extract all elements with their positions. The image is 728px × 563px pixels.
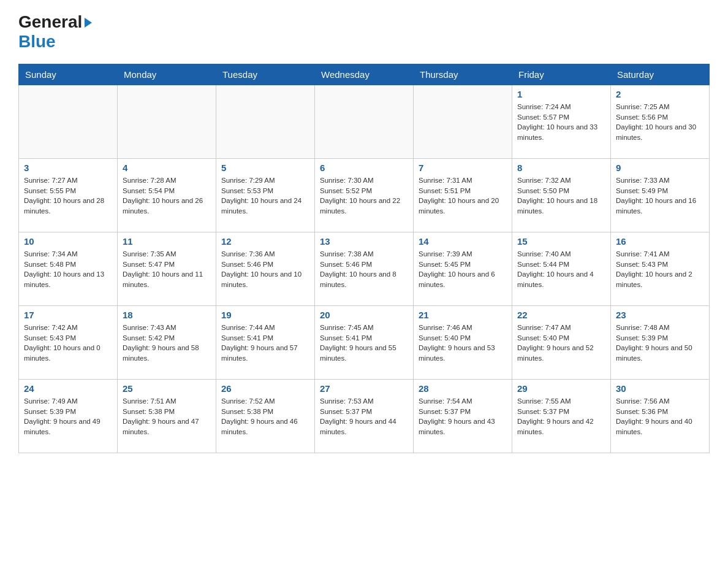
calendar-cell: 1Sunrise: 7:24 AM Sunset: 5:57 PM Daylig… <box>512 85 611 159</box>
day-number: 15 <box>517 236 605 247</box>
day-number: 25 <box>123 383 211 394</box>
day-info: Sunrise: 7:56 AM Sunset: 5:36 PM Dayligh… <box>616 396 704 437</box>
day-info: Sunrise: 7:51 AM Sunset: 5:38 PM Dayligh… <box>123 396 211 437</box>
day-number: 2 <box>616 89 704 99</box>
day-number: 19 <box>221 310 309 320</box>
calendar-cell <box>118 85 216 159</box>
day-info: Sunrise: 7:41 AM Sunset: 5:43 PM Dayligh… <box>616 249 704 290</box>
calendar-cell: 21Sunrise: 7:46 AM Sunset: 5:40 PM Dayli… <box>414 306 512 380</box>
calendar-header-row: SundayMondayTuesdayWednesdayThursdayFrid… <box>19 64 710 85</box>
calendar-cell: 24Sunrise: 7:49 AM Sunset: 5:39 PM Dayli… <box>19 380 118 453</box>
day-number: 11 <box>123 236 211 247</box>
day-number: 29 <box>517 383 605 394</box>
day-number: 3 <box>24 163 112 173</box>
day-info: Sunrise: 7:47 AM Sunset: 5:40 PM Dayligh… <box>517 323 605 364</box>
calendar-cell: 10Sunrise: 7:34 AM Sunset: 5:48 PM Dayli… <box>19 232 118 306</box>
calendar-cell: 19Sunrise: 7:44 AM Sunset: 5:41 PM Dayli… <box>216 306 315 380</box>
day-number: 5 <box>221 163 309 173</box>
calendar-cell: 17Sunrise: 7:42 AM Sunset: 5:43 PM Dayli… <box>19 306 118 380</box>
day-info: Sunrise: 7:31 AM Sunset: 5:51 PM Dayligh… <box>419 175 507 216</box>
day-number: 22 <box>517 310 605 320</box>
day-info: Sunrise: 7:55 AM Sunset: 5:37 PM Dayligh… <box>517 396 605 437</box>
day-info: Sunrise: 7:52 AM Sunset: 5:38 PM Dayligh… <box>221 396 309 437</box>
day-info: Sunrise: 7:44 AM Sunset: 5:41 PM Dayligh… <box>221 323 309 364</box>
page-header: General Blue <box>18 12 710 52</box>
column-header-sunday: Sunday <box>19 64 118 85</box>
calendar-week-row: 17Sunrise: 7:42 AM Sunset: 5:43 PM Dayli… <box>19 306 710 380</box>
calendar-table: SundayMondayTuesdayWednesdayThursdayFrid… <box>18 64 710 453</box>
day-info: Sunrise: 7:49 AM Sunset: 5:39 PM Dayligh… <box>24 396 112 437</box>
day-number: 28 <box>419 383 507 394</box>
column-header-thursday: Thursday <box>414 64 512 85</box>
calendar-cell: 30Sunrise: 7:56 AM Sunset: 5:36 PM Dayli… <box>611 380 710 453</box>
day-number: 21 <box>419 310 507 320</box>
day-number: 16 <box>616 236 704 247</box>
day-number: 6 <box>320 163 408 173</box>
day-info: Sunrise: 7:48 AM Sunset: 5:39 PM Dayligh… <box>616 323 704 364</box>
day-info: Sunrise: 7:40 AM Sunset: 5:44 PM Dayligh… <box>517 249 605 290</box>
day-info: Sunrise: 7:24 AM Sunset: 5:57 PM Dayligh… <box>517 102 605 143</box>
day-number: 4 <box>123 163 211 173</box>
calendar-cell: 27Sunrise: 7:53 AM Sunset: 5:37 PM Dayli… <box>315 380 414 453</box>
day-info: Sunrise: 7:46 AM Sunset: 5:40 PM Dayligh… <box>419 323 507 364</box>
day-info: Sunrise: 7:43 AM Sunset: 5:42 PM Dayligh… <box>123 323 211 364</box>
day-number: 23 <box>616 310 704 320</box>
calendar-cell: 5Sunrise: 7:29 AM Sunset: 5:53 PM Daylig… <box>216 159 315 232</box>
logo-blue-text: Blue <box>18 32 56 52</box>
day-number: 17 <box>24 310 112 320</box>
calendar-cell: 25Sunrise: 7:51 AM Sunset: 5:38 PM Dayli… <box>118 380 216 453</box>
calendar-cell: 8Sunrise: 7:32 AM Sunset: 5:50 PM Daylig… <box>512 159 611 232</box>
day-number: 1 <box>517 89 605 99</box>
day-number: 27 <box>320 383 408 394</box>
calendar-week-row: 3Sunrise: 7:27 AM Sunset: 5:55 PM Daylig… <box>19 159 710 232</box>
calendar-cell: 11Sunrise: 7:35 AM Sunset: 5:47 PM Dayli… <box>118 232 216 306</box>
calendar-cell: 2Sunrise: 7:25 AM Sunset: 5:56 PM Daylig… <box>611 85 710 159</box>
day-number: 13 <box>320 236 408 247</box>
calendar-cell: 13Sunrise: 7:38 AM Sunset: 5:46 PM Dayli… <box>315 232 414 306</box>
column-header-saturday: Saturday <box>611 64 710 85</box>
calendar-cell: 6Sunrise: 7:30 AM Sunset: 5:52 PM Daylig… <box>315 159 414 232</box>
calendar-cell: 23Sunrise: 7:48 AM Sunset: 5:39 PM Dayli… <box>611 306 710 380</box>
day-number: 10 <box>24 236 112 247</box>
day-number: 18 <box>123 310 211 320</box>
logo-general-text: General <box>18 12 82 32</box>
day-info: Sunrise: 7:29 AM Sunset: 5:53 PM Dayligh… <box>221 175 309 216</box>
day-info: Sunrise: 7:27 AM Sunset: 5:55 PM Dayligh… <box>24 175 112 216</box>
day-info: Sunrise: 7:28 AM Sunset: 5:54 PM Dayligh… <box>123 175 211 216</box>
day-info: Sunrise: 7:38 AM Sunset: 5:46 PM Dayligh… <box>320 249 408 290</box>
day-info: Sunrise: 7:30 AM Sunset: 5:52 PM Dayligh… <box>320 175 408 216</box>
calendar-cell: 20Sunrise: 7:45 AM Sunset: 5:41 PM Dayli… <box>315 306 414 380</box>
day-number: 9 <box>616 163 704 173</box>
day-number: 20 <box>320 310 408 320</box>
calendar-week-row: 24Sunrise: 7:49 AM Sunset: 5:39 PM Dayli… <box>19 380 710 453</box>
logo: General Blue <box>18 12 92 52</box>
day-info: Sunrise: 7:33 AM Sunset: 5:49 PM Dayligh… <box>616 175 704 216</box>
calendar-cell: 3Sunrise: 7:27 AM Sunset: 5:55 PM Daylig… <box>19 159 118 232</box>
day-info: Sunrise: 7:35 AM Sunset: 5:47 PM Dayligh… <box>123 249 211 290</box>
logo-arrow-icon <box>85 18 92 28</box>
calendar-cell <box>315 85 414 159</box>
calendar-cell: 12Sunrise: 7:36 AM Sunset: 5:46 PM Dayli… <box>216 232 315 306</box>
column-header-tuesday: Tuesday <box>216 64 315 85</box>
calendar-cell: 29Sunrise: 7:55 AM Sunset: 5:37 PM Dayli… <box>512 380 611 453</box>
calendar-cell: 14Sunrise: 7:39 AM Sunset: 5:45 PM Dayli… <box>414 232 512 306</box>
calendar-cell: 16Sunrise: 7:41 AM Sunset: 5:43 PM Dayli… <box>611 232 710 306</box>
day-info: Sunrise: 7:53 AM Sunset: 5:37 PM Dayligh… <box>320 396 408 437</box>
day-number: 14 <box>419 236 507 247</box>
calendar-cell <box>414 85 512 159</box>
calendar-week-row: 10Sunrise: 7:34 AM Sunset: 5:48 PM Dayli… <box>19 232 710 306</box>
day-number: 30 <box>616 383 704 394</box>
day-number: 12 <box>221 236 309 247</box>
day-info: Sunrise: 7:45 AM Sunset: 5:41 PM Dayligh… <box>320 323 408 364</box>
column-header-friday: Friday <box>512 64 611 85</box>
day-info: Sunrise: 7:39 AM Sunset: 5:45 PM Dayligh… <box>419 249 507 290</box>
day-info: Sunrise: 7:42 AM Sunset: 5:43 PM Dayligh… <box>24 323 112 364</box>
day-info: Sunrise: 7:34 AM Sunset: 5:48 PM Dayligh… <box>24 249 112 290</box>
day-info: Sunrise: 7:32 AM Sunset: 5:50 PM Dayligh… <box>517 175 605 216</box>
calendar-cell: 9Sunrise: 7:33 AM Sunset: 5:49 PM Daylig… <box>611 159 710 232</box>
calendar-cell: 18Sunrise: 7:43 AM Sunset: 5:42 PM Dayli… <box>118 306 216 380</box>
calendar-cell <box>19 85 118 159</box>
calendar-cell: 15Sunrise: 7:40 AM Sunset: 5:44 PM Dayli… <box>512 232 611 306</box>
day-number: 24 <box>24 383 112 394</box>
day-number: 7 <box>419 163 507 173</box>
